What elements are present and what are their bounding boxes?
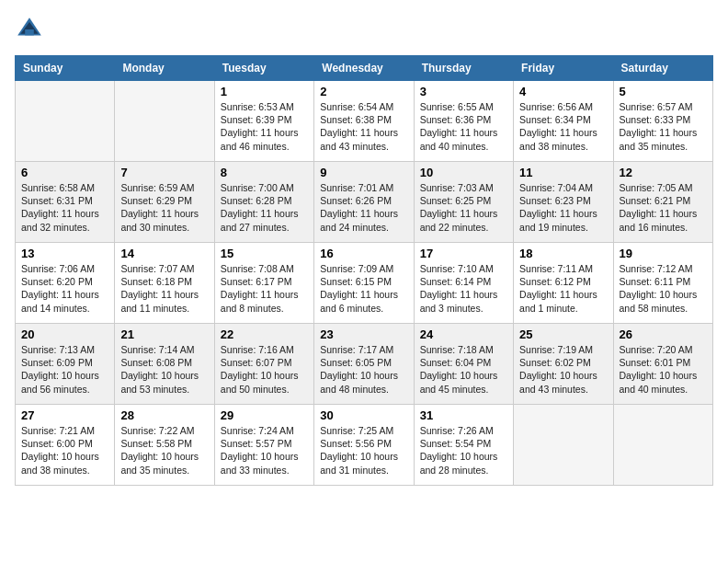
day-number: 4 — [519, 85, 607, 98]
day-header-friday: Friday — [514, 56, 613, 81]
day-number: 30 — [320, 408, 407, 422]
day-info: Sunrise: 7:11 AM Sunset: 6:12 PM Dayligh… — [519, 262, 607, 315]
day-info: Sunrise: 7:00 AM Sunset: 6:28 PM Dayligh… — [221, 181, 308, 234]
day-number: 28 — [120, 408, 208, 422]
calendar-cell: 6Sunrise: 6:58 AM Sunset: 6:31 PM Daylig… — [16, 162, 115, 243]
day-header-saturday: Saturday — [613, 56, 712, 81]
day-number: 16 — [320, 247, 407, 260]
day-number: 24 — [420, 327, 507, 341]
calendar-cell: 15Sunrise: 7:08 AM Sunset: 6:17 PM Dayli… — [214, 243, 313, 324]
calendar-cell — [16, 81, 115, 162]
day-number: 10 — [420, 166, 507, 179]
logo-icon — [15, 15, 44, 44]
calendar-week-5: 27Sunrise: 7:21 AM Sunset: 6:00 PM Dayli… — [16, 405, 713, 486]
day-info: Sunrise: 7:18 AM Sunset: 6:04 PM Dayligh… — [420, 343, 507, 396]
day-number: 3 — [420, 85, 507, 98]
calendar-cell: 13Sunrise: 7:06 AM Sunset: 6:20 PM Dayli… — [16, 243, 115, 324]
calendar-cell: 23Sunrise: 7:17 AM Sunset: 6:05 PM Dayli… — [314, 324, 414, 405]
day-header-sunday: Sunday — [16, 56, 115, 81]
calendar-cell: 7Sunrise: 6:59 AM Sunset: 6:29 PM Daylig… — [115, 162, 214, 243]
day-info: Sunrise: 7:26 AM Sunset: 5:54 PM Dayligh… — [420, 424, 507, 477]
calendar-cell — [514, 405, 613, 486]
calendar-cell: 18Sunrise: 7:11 AM Sunset: 6:12 PM Dayli… — [514, 243, 613, 324]
day-number: 26 — [620, 327, 707, 341]
calendar-week-1: 1Sunrise: 6:53 AM Sunset: 6:39 PM Daylig… — [16, 81, 713, 162]
svg-rect-2 — [25, 29, 34, 35]
day-info: Sunrise: 7:20 AM Sunset: 6:01 PM Dayligh… — [620, 343, 707, 396]
logo — [15, 15, 48, 44]
calendar-week-2: 6Sunrise: 6:58 AM Sunset: 6:31 PM Daylig… — [16, 162, 713, 243]
day-number: 20 — [21, 327, 108, 341]
day-info: Sunrise: 7:03 AM Sunset: 6:25 PM Dayligh… — [420, 181, 507, 234]
day-number: 13 — [21, 247, 108, 260]
calendar-cell: 25Sunrise: 7:19 AM Sunset: 6:02 PM Dayli… — [514, 324, 613, 405]
day-info: Sunrise: 6:54 AM Sunset: 6:38 PM Dayligh… — [320, 100, 407, 153]
day-info: Sunrise: 7:25 AM Sunset: 5:56 PM Dayligh… — [320, 424, 407, 477]
day-info: Sunrise: 7:13 AM Sunset: 6:09 PM Dayligh… — [21, 343, 108, 396]
day-info: Sunrise: 7:09 AM Sunset: 6:15 PM Dayligh… — [320, 262, 407, 315]
day-info: Sunrise: 7:01 AM Sunset: 6:26 PM Dayligh… — [320, 181, 407, 234]
day-info: Sunrise: 6:55 AM Sunset: 6:36 PM Dayligh… — [420, 100, 507, 153]
calendar-cell: 17Sunrise: 7:10 AM Sunset: 6:14 PM Dayli… — [414, 243, 513, 324]
day-number: 23 — [320, 327, 407, 341]
day-number: 6 — [21, 166, 108, 179]
day-number: 25 — [519, 327, 607, 341]
day-number: 9 — [320, 166, 407, 179]
day-info: Sunrise: 6:58 AM Sunset: 6:31 PM Dayligh… — [21, 181, 108, 234]
day-number: 18 — [519, 247, 607, 260]
calendar-week-4: 20Sunrise: 7:13 AM Sunset: 6:09 PM Dayli… — [16, 324, 713, 405]
calendar-cell: 12Sunrise: 7:05 AM Sunset: 6:21 PM Dayli… — [613, 162, 712, 243]
day-number: 5 — [620, 85, 707, 98]
calendar-table: SundayMondayTuesdayWednesdayThursdayFrid… — [15, 55, 713, 486]
day-info: Sunrise: 7:07 AM Sunset: 6:18 PM Dayligh… — [120, 262, 208, 315]
calendar-cell: 19Sunrise: 7:12 AM Sunset: 6:11 PM Dayli… — [613, 243, 712, 324]
calendar-cell: 31Sunrise: 7:26 AM Sunset: 5:54 PM Dayli… — [414, 405, 513, 486]
day-info: Sunrise: 7:16 AM Sunset: 6:07 PM Dayligh… — [221, 343, 308, 396]
calendar-cell: 1Sunrise: 6:53 AM Sunset: 6:39 PM Daylig… — [214, 81, 313, 162]
calendar-cell: 16Sunrise: 7:09 AM Sunset: 6:15 PM Dayli… — [314, 243, 414, 324]
day-number: 27 — [21, 408, 108, 422]
day-info: Sunrise: 7:24 AM Sunset: 5:57 PM Dayligh… — [221, 424, 308, 477]
calendar-cell: 20Sunrise: 7:13 AM Sunset: 6:09 PM Dayli… — [16, 324, 115, 405]
day-number: 21 — [120, 327, 208, 341]
day-number: 31 — [420, 408, 507, 422]
calendar-cell: 14Sunrise: 7:07 AM Sunset: 6:18 PM Dayli… — [115, 243, 214, 324]
day-info: Sunrise: 6:53 AM Sunset: 6:39 PM Dayligh… — [221, 100, 308, 153]
day-number: 1 — [221, 85, 308, 98]
calendar-cell: 26Sunrise: 7:20 AM Sunset: 6:01 PM Dayli… — [613, 324, 712, 405]
day-header-wednesday: Wednesday — [314, 56, 414, 81]
day-number: 29 — [221, 408, 308, 422]
day-info: Sunrise: 7:05 AM Sunset: 6:21 PM Dayligh… — [620, 181, 707, 234]
calendar-cell: 30Sunrise: 7:25 AM Sunset: 5:56 PM Dayli… — [314, 405, 414, 486]
calendar-cell: 5Sunrise: 6:57 AM Sunset: 6:33 PM Daylig… — [613, 81, 712, 162]
calendar-cell: 10Sunrise: 7:03 AM Sunset: 6:25 PM Dayli… — [414, 162, 513, 243]
calendar-cell: 22Sunrise: 7:16 AM Sunset: 6:07 PM Dayli… — [214, 324, 313, 405]
day-number: 12 — [620, 166, 707, 179]
day-info: Sunrise: 7:04 AM Sunset: 6:23 PM Dayligh… — [519, 181, 607, 234]
day-number: 11 — [519, 166, 607, 179]
day-info: Sunrise: 6:59 AM Sunset: 6:29 PM Dayligh… — [120, 181, 208, 234]
day-number: 7 — [120, 166, 208, 179]
day-info: Sunrise: 7:12 AM Sunset: 6:11 PM Dayligh… — [620, 262, 707, 315]
calendar-cell: 24Sunrise: 7:18 AM Sunset: 6:04 PM Dayli… — [414, 324, 513, 405]
calendar-cell — [115, 81, 214, 162]
day-info: Sunrise: 7:06 AM Sunset: 6:20 PM Dayligh… — [21, 262, 108, 315]
day-info: Sunrise: 7:17 AM Sunset: 6:05 PM Dayligh… — [320, 343, 407, 396]
day-info: Sunrise: 7:14 AM Sunset: 6:08 PM Dayligh… — [120, 343, 208, 396]
day-info: Sunrise: 6:56 AM Sunset: 6:34 PM Dayligh… — [519, 100, 607, 153]
calendar-cell: 21Sunrise: 7:14 AM Sunset: 6:08 PM Dayli… — [115, 324, 214, 405]
calendar-cell — [613, 405, 712, 486]
day-header-tuesday: Tuesday — [214, 56, 313, 81]
day-number: 17 — [420, 247, 507, 260]
day-info: Sunrise: 7:21 AM Sunset: 6:00 PM Dayligh… — [21, 424, 108, 477]
calendar-cell: 4Sunrise: 6:56 AM Sunset: 6:34 PM Daylig… — [514, 81, 613, 162]
day-header-monday: Monday — [115, 56, 214, 81]
day-info: Sunrise: 7:08 AM Sunset: 6:17 PM Dayligh… — [221, 262, 308, 315]
day-header-thursday: Thursday — [414, 56, 513, 81]
day-number: 19 — [620, 247, 707, 260]
page-header — [15, 15, 713, 44]
calendar-cell: 28Sunrise: 7:22 AM Sunset: 5:58 PM Dayli… — [115, 405, 214, 486]
calendar-cell: 8Sunrise: 7:00 AM Sunset: 6:28 PM Daylig… — [214, 162, 313, 243]
calendar-header-row: SundayMondayTuesdayWednesdayThursdayFrid… — [16, 56, 713, 81]
day-number: 22 — [221, 327, 308, 341]
